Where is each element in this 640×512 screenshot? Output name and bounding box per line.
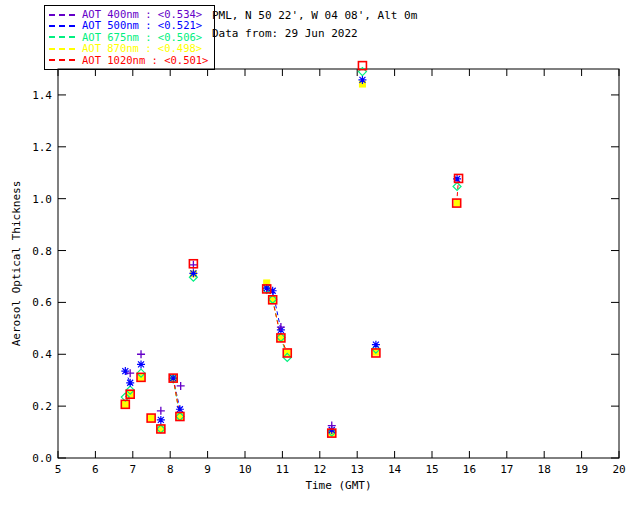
x-axis-tick-label: 16 xyxy=(463,463,476,476)
y-axis-tick-label: 0.2 xyxy=(32,400,52,413)
x-axis-tick-label: 20 xyxy=(612,463,625,476)
series-line-aot-870nm xyxy=(125,283,287,417)
x-axis-tick-label: 6 xyxy=(92,463,99,476)
y-axis-tick-label: 1.4 xyxy=(32,89,52,102)
x-axis-tick-label: 5 xyxy=(55,463,62,476)
x-axis-tick-label: 10 xyxy=(238,463,251,476)
x-axis-tick-label: 18 xyxy=(538,463,551,476)
x-axis-tick-label: 17 xyxy=(500,463,513,476)
x-axis-tick-label: 19 xyxy=(575,463,588,476)
x-axis-tick-label: 9 xyxy=(204,463,211,476)
y-axis-tick-label: 1.2 xyxy=(32,141,52,154)
series-line-aot-500nm xyxy=(125,288,281,409)
x-axis-label: Time (GMT) xyxy=(305,479,371,492)
x-axis-tick-label: 14 xyxy=(388,463,402,476)
y-axis-tick-label: 0.6 xyxy=(32,296,52,309)
plot-canvas: 567891011121314151617181920Time (GMT)0.0… xyxy=(0,0,640,512)
y-axis-tick-label: 0.4 xyxy=(32,348,52,361)
y-axis-tick-label: 0.8 xyxy=(32,245,52,258)
x-axis-tick-label: 8 xyxy=(167,463,174,476)
series-line-aot-675nm xyxy=(125,289,287,416)
y-axis-label: Aerosol Optical Thickness xyxy=(10,181,23,347)
plot-window: AOT 400nm : <0.534>AOT 500nm : <0.521>AO… xyxy=(0,0,640,512)
y-axis-tick-label: 1.0 xyxy=(32,193,52,206)
x-axis-tick-label: 13 xyxy=(351,463,364,476)
y-axis: 0.00.20.40.60.81.01.21.4Aerosol Optical … xyxy=(10,89,619,465)
x-axis-tick-label: 12 xyxy=(313,463,326,476)
x-axis: 567891011121314151617181920Time (GMT) xyxy=(55,69,626,492)
x-axis-tick-label: 11 xyxy=(276,463,289,476)
series-markers-aot-400nm xyxy=(126,261,336,430)
y-axis-tick-label: 0.0 xyxy=(32,452,52,465)
axes xyxy=(58,69,619,458)
x-axis-tick-label: 15 xyxy=(425,463,438,476)
x-axis-tick-label: 7 xyxy=(129,463,136,476)
